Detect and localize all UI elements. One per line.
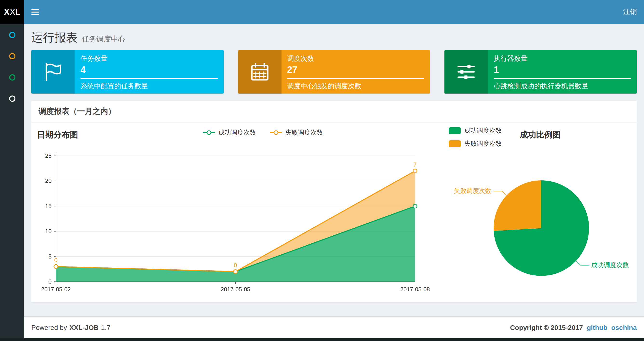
fail-point <box>413 169 417 173</box>
page-subtitle: 任务调度中心 <box>82 35 125 44</box>
info-box-value: 4 <box>80 65 218 75</box>
fail-point <box>234 270 238 273</box>
pie-slice <box>494 180 541 231</box>
footer-powered-by: Powered by XXL-JOB 1.7 <box>31 324 110 331</box>
logout-link[interactable]: 注销 <box>616 0 644 24</box>
sidebar-menu-item[interactable] <box>0 67 24 88</box>
info-box-divider <box>80 78 218 79</box>
content-header: 运行报表 任务调度中心 <box>24 24 644 48</box>
line-chart-legend: 成功调度次数失败调度次数 <box>89 128 436 137</box>
info-box-row: 任务数量 4 系统中配置的任务数量 调度次数 27 <box>31 50 637 94</box>
info-box-jobs: 任务数量 4 系统中配置的任务数量 <box>31 50 224 94</box>
github-link[interactable]: github <box>587 324 608 331</box>
info-box-title: 任务数量 <box>80 55 218 63</box>
navbar-spacer <box>46 0 616 24</box>
app-logo[interactable]: XXL <box>0 0 24 24</box>
y-tick-label: 10 <box>45 228 52 234</box>
powered-prefix: Powered by <box>31 324 67 331</box>
pie-legend-swatch-icon <box>449 127 461 134</box>
y-tick-label: 15 <box>45 203 52 209</box>
info-box-value: 27 <box>287 65 424 75</box>
info-box-content: 调度次数 27 调度中心触发的调度次数 <box>281 50 430 94</box>
line-legend-item[interactable]: 成功调度次数 <box>202 128 256 137</box>
date-distribution-chart: 日期分布图 成功调度次数失败调度次数 05101520252017-05-022… <box>31 123 436 302</box>
footer-copyright: Copyright © 2015-2017 github oschina <box>510 324 637 331</box>
success-point <box>413 204 417 208</box>
line-legend-label: 成功调度次数 <box>218 128 256 137</box>
pie-chart-legend: 成功调度次数失败调度次数 <box>449 126 502 148</box>
app-root: XXL 注销 运行报表 任务调度中心 <box>0 0 644 341</box>
y-tick-label: 25 <box>45 152 52 159</box>
y-tick-label: 5 <box>48 253 52 260</box>
info-box-divider <box>494 78 631 79</box>
x-tick-label: 2017-05-08 <box>400 286 430 292</box>
main-footer: Powered by XXL-JOB 1.7 Copyright © 2015-… <box>24 316 644 338</box>
pie-slice-label: 失败调度次数 <box>454 187 492 194</box>
circle-icon <box>9 95 15 102</box>
brand-version: 1.7 <box>101 324 110 331</box>
fail-point <box>54 264 58 268</box>
x-tick-label: 2017-05-02 <box>41 286 71 292</box>
line-series-marker-icon <box>270 130 282 135</box>
line-chart-title: 日期分布图 <box>37 129 78 140</box>
copyright-text: Copyright © 2015-2017 <box>510 324 583 331</box>
y-tick-label: 0 <box>48 278 52 285</box>
info-box-value: 1 <box>494 65 631 75</box>
circle-icon <box>9 32 15 38</box>
brand-name: XXL-JOB <box>70 324 98 331</box>
sidebar-menu-item[interactable] <box>0 45 24 67</box>
info-box-title: 执行器数量 <box>494 55 631 63</box>
circle-icon <box>9 74 15 80</box>
line-chart-svg: 05101520252017-05-022017-05-052017-05-08… <box>31 139 436 298</box>
bottom-strip <box>0 338 644 341</box>
report-panel: 调度报表（一月之内） 日期分布图 成功调度次数失败调度次数 0510152025… <box>31 101 637 302</box>
pie-chart-title: 成功比例图 <box>520 129 560 140</box>
info-box-title: 调度次数 <box>287 55 424 63</box>
info-box-executors: 执行器数量 1 心跳检测成功的执行器机器数量 <box>445 50 637 94</box>
fail-point-label: 0 <box>54 257 57 263</box>
info-box-divider <box>287 78 424 79</box>
info-box-description: 系统中配置的任务数量 <box>80 82 218 91</box>
pie-label-line <box>493 191 506 195</box>
flag-icon <box>31 50 75 94</box>
sliders-icon <box>445 50 488 94</box>
logo-text-bold: X <box>4 7 10 17</box>
info-box-content: 执行器数量 1 心跳检测成功的执行器机器数量 <box>488 50 637 94</box>
logo-text: XL <box>10 7 20 17</box>
line-legend-item[interactable]: 失败调度次数 <box>270 128 323 137</box>
top-navbar: XXL 注销 <box>0 0 644 24</box>
line-legend-label: 失败调度次数 <box>285 128 323 137</box>
circle-icon <box>9 53 15 59</box>
pie-label-line <box>576 261 589 265</box>
pie-legend-label: 成功调度次数 <box>464 126 502 135</box>
main-content: 运行报表 任务调度中心 任务数量 4 系统中配置的任务数量 <box>24 24 644 341</box>
calendar-icon <box>238 50 281 94</box>
report-panel-title: 调度报表（一月之内） <box>31 101 637 123</box>
sidebar-menu-item[interactable] <box>0 24 24 45</box>
pie-slice-label: 成功调度次数 <box>591 261 629 269</box>
info-box-content: 任务数量 4 系统中配置的任务数量 <box>75 50 224 94</box>
pie-legend-item[interactable]: 成功调度次数 <box>449 126 502 135</box>
pie-legend-item[interactable]: 失败调度次数 <box>449 139 502 148</box>
oschina-link[interactable]: oschina <box>611 324 637 331</box>
x-tick-label: 2017-05-05 <box>221 286 250 292</box>
pie-legend-swatch-icon <box>449 140 461 147</box>
fail-point-label: 7 <box>413 161 416 168</box>
line-series-marker-icon <box>202 130 216 135</box>
success-ratio-chart: 成功调度次数失败调度次数 成功调度次数失败调度次数 成功比例图 <box>436 123 637 302</box>
page-title: 运行报表 <box>31 30 78 45</box>
sidebar-toggle-button[interactable] <box>24 0 46 24</box>
pie-legend-label: 失败调度次数 <box>464 139 502 148</box>
hamburger-icon <box>31 9 39 15</box>
sidebar-menu-item[interactable] <box>0 88 24 109</box>
info-box-description: 调度中心触发的调度次数 <box>287 82 424 91</box>
y-tick-label: 20 <box>45 177 52 184</box>
fail-point-label: 0 <box>234 262 237 268</box>
left-sidebar <box>0 24 24 341</box>
info-box-description: 心跳检测成功的执行器机器数量 <box>494 82 631 91</box>
report-panel-body: 日期分布图 成功调度次数失败调度次数 05101520252017-05-022… <box>31 123 637 302</box>
pie-chart-svg: 成功调度次数失败调度次数 <box>436 123 637 302</box>
info-box-triggers: 调度次数 27 调度中心触发的调度次数 <box>238 50 430 94</box>
